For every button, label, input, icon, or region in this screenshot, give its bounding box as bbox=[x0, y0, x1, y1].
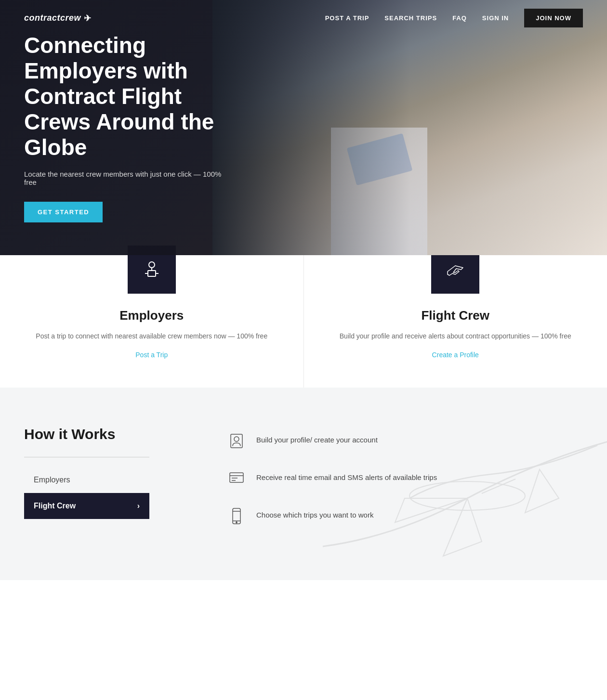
profile-icon-box bbox=[226, 431, 247, 451]
message-icon bbox=[228, 470, 245, 487]
how-left-panel: How it Works Employers Flight Crew › bbox=[24, 426, 188, 542]
plane-background-illustration bbox=[299, 402, 607, 580]
nav-sign-in[interactable]: SIGN IN bbox=[482, 14, 509, 22]
flight-crew-card-title: Flight Crew bbox=[421, 308, 489, 323]
hero-section: Connecting Employers with Contract Fligh… bbox=[0, 0, 607, 255]
employers-card-desc: Post a trip to connect with nearest avai… bbox=[36, 331, 267, 341]
nav-search-trips[interactable]: SEARCH TRIPS bbox=[384, 14, 437, 22]
join-now-button[interactable]: JOIN NOW bbox=[524, 9, 583, 27]
employers-card: Employers Post a trip to connect with ne… bbox=[0, 255, 304, 388]
post-a-trip-link[interactable]: Post a Trip bbox=[135, 351, 168, 359]
nav-post-trip[interactable]: POST A TRIP bbox=[325, 14, 369, 22]
hero-subtitle: Locate the nearest crew members with jus… bbox=[24, 170, 226, 186]
nav-links: POST A TRIP SEARCH TRIPS FAQ SIGN IN JOI… bbox=[325, 9, 583, 27]
svg-point-14 bbox=[236, 522, 238, 523]
cards-section: Employers Post a trip to connect with ne… bbox=[0, 255, 607, 388]
hero-title: Connecting Employers with Contract Fligh… bbox=[24, 33, 226, 160]
navbar: contractcrew ✈ POST A TRIP SEARCH TRIPS … bbox=[0, 0, 607, 36]
profile-icon bbox=[228, 432, 245, 450]
nav-faq[interactable]: FAQ bbox=[452, 14, 467, 22]
get-started-button[interactable]: GET STARTED bbox=[24, 202, 103, 222]
phone-icon bbox=[228, 507, 245, 525]
logo[interactable]: contractcrew ✈ bbox=[24, 13, 92, 24]
flight-crew-icon bbox=[444, 258, 467, 281]
flight-crew-card-desc: Build your profile and receive alerts ab… bbox=[340, 331, 571, 341]
logo-icon: contractcrew bbox=[24, 13, 81, 23]
flight-crew-card: Flight Crew Build your profile and recei… bbox=[304, 255, 607, 388]
svg-point-15 bbox=[409, 481, 525, 510]
svg-rect-7 bbox=[230, 473, 243, 482]
create-profile-link[interactable]: Create a Profile bbox=[432, 351, 479, 359]
flight-crew-tab[interactable]: Flight Crew › bbox=[24, 493, 149, 519]
hero-image-area bbox=[212, 0, 607, 255]
logo-plane-icon: ✈ bbox=[84, 13, 92, 24]
employers-icon bbox=[140, 258, 163, 281]
employers-tab[interactable]: Employers bbox=[24, 467, 149, 493]
flight-crew-tab-label: Flight Crew bbox=[34, 502, 76, 510]
hero-content: Connecting Employers with Contract Fligh… bbox=[0, 33, 251, 222]
svg-rect-1 bbox=[148, 271, 156, 276]
flight-crew-tab-chevron-icon: › bbox=[137, 502, 140, 510]
how-divider bbox=[24, 457, 149, 457]
how-title: How it Works bbox=[24, 426, 188, 442]
svg-point-0 bbox=[149, 262, 155, 268]
how-it-works-section: How it Works Employers Flight Crew › Bui… bbox=[0, 388, 607, 580]
employers-tab-label: Employers bbox=[34, 476, 70, 484]
phone-icon-box bbox=[226, 506, 247, 526]
message-icon-box bbox=[226, 468, 247, 489]
svg-point-6 bbox=[234, 437, 239, 441]
employers-card-title: Employers bbox=[119, 308, 184, 323]
